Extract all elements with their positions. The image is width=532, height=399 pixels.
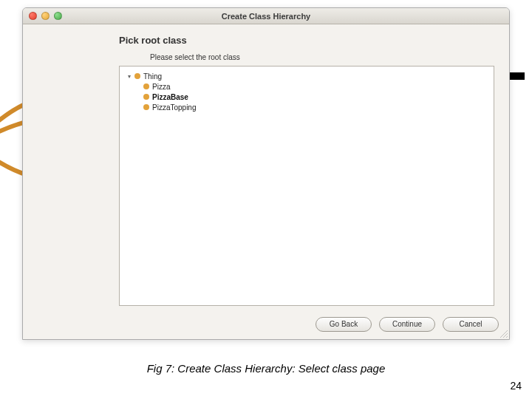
- tree-child-row[interactable]: PizzaTopping: [126, 102, 488, 112]
- window-controls: [29, 12, 62, 20]
- tree-root-row[interactable]: ▾ Thing: [126, 71, 488, 81]
- continue-button[interactable]: Continue: [379, 317, 435, 332]
- button-row: Go Back Continue Cancel: [23, 313, 509, 339]
- tree-child-label: PizzaBase: [152, 93, 188, 101]
- page-heading: Pick root class: [119, 35, 494, 46]
- dialog-window: Create Class Hierarchy Pick root class P…: [22, 7, 510, 340]
- class-tree-panel[interactable]: ▾ Thing Pizza PizzaBase PizzaTopping: [119, 66, 494, 306]
- class-icon: [134, 73, 140, 79]
- instruction-text: Please select the root class: [150, 53, 494, 61]
- class-icon: [143, 104, 149, 110]
- tree-child-label: PizzaTopping: [152, 103, 196, 112]
- collapse-icon[interactable]: ▾: [126, 73, 133, 80]
- class-icon: [143, 83, 149, 89]
- close-icon[interactable]: [29, 12, 37, 20]
- zoom-icon[interactable]: [54, 12, 62, 20]
- cancel-button[interactable]: Cancel: [443, 317, 499, 332]
- class-icon: [143, 94, 149, 100]
- resize-grip-icon[interactable]: [499, 329, 508, 338]
- titlebar: Create Class Hierarchy: [23, 8, 509, 24]
- tree-root-label: Thing: [143, 72, 162, 81]
- minimize-icon[interactable]: [41, 12, 50, 20]
- tree-child-row-selected[interactable]: PizzaBase: [126, 92, 488, 102]
- tree-child-label: Pizza: [152, 83, 170, 91]
- figure-caption: Fig 7: Create Class Hierarchy: Select cl…: [0, 362, 532, 375]
- window-title: Create Class Hierarchy: [23, 12, 509, 21]
- dialog-content: Pick root class Please select the root c…: [23, 24, 509, 313]
- go-back-button[interactable]: Go Back: [316, 317, 372, 332]
- tree-child-row[interactable]: Pizza: [126, 81, 488, 92]
- page-number: 24: [510, 380, 522, 392]
- svg-line-4: [506, 336, 508, 338]
